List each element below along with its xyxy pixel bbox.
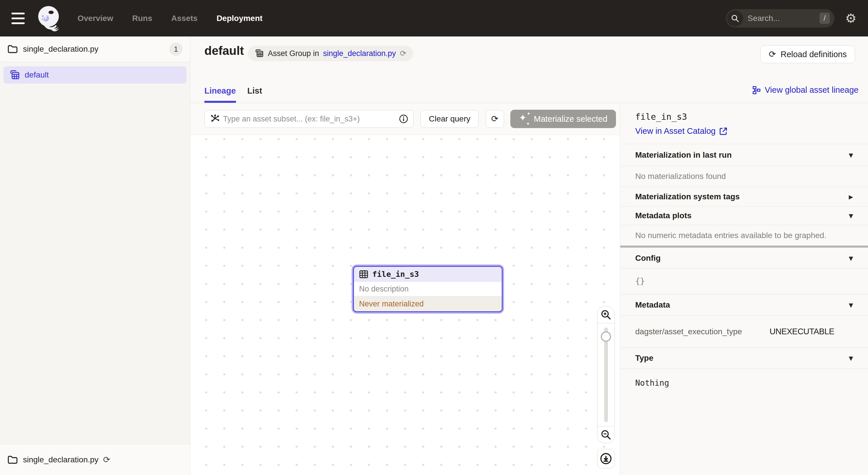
section-title: Materialization in last run xyxy=(635,150,732,160)
section-title: Metadata plots xyxy=(635,211,691,220)
panel-asset-name: file_in_s3 xyxy=(635,112,853,122)
table-asset-icon xyxy=(359,270,368,278)
metadata-plots-empty-state: No numeric metadata entries available to… xyxy=(620,225,868,245)
asset-group-location-link[interactable]: single_declaration.py xyxy=(323,49,396,58)
sidebar-code-location-row[interactable]: single_declaration.py 1 xyxy=(0,36,190,62)
lineage-toolbar: Clear query ⟳ ✦ ✦ ✦ Materialize selected xyxy=(190,103,620,135)
panel-header: file_in_s3 View in Asset Catalog xyxy=(620,103,868,144)
chevron-down-icon[interactable]: ▾ xyxy=(849,354,853,362)
search-shortcut-key: / xyxy=(819,12,830,24)
materialize-selected-label: Materialize selected xyxy=(534,114,608,124)
asset-group-prefix: Asset Group in xyxy=(268,49,319,58)
section-title: Metadata xyxy=(635,300,670,309)
nav-item-overview[interactable]: Overview xyxy=(78,14,113,23)
zoom-slider-handle[interactable] xyxy=(601,331,611,342)
reload-location-icon[interactable]: ⟳ xyxy=(103,455,110,464)
metadata-value: UNEXECUTABLE xyxy=(770,327,834,336)
view-in-asset-catalog-link[interactable]: View in Asset Catalog xyxy=(635,126,853,136)
section-title: Config xyxy=(635,254,661,263)
folder-icon xyxy=(7,455,18,464)
global-search[interactable]: / xyxy=(726,9,834,28)
asset-node-file-in-s3[interactable]: file_in_s3 No description Never material… xyxy=(352,265,504,314)
asset-count-badge: 1 xyxy=(169,42,183,56)
code-location-label: single_declaration.py xyxy=(23,44,98,54)
dagster-logo-icon[interactable] xyxy=(35,4,62,32)
page-header: default Asset Group in single_declaratio… xyxy=(190,36,868,103)
search-icon xyxy=(727,10,743,26)
last-run-empty-state: No materializations found xyxy=(620,166,868,187)
sidebar-footer-location-row: single_declaration.py ⟳ xyxy=(0,444,190,475)
section-type[interactable]: Type ▾ xyxy=(620,348,868,368)
chevron-right-icon[interactable]: ▸ xyxy=(849,192,853,201)
asset-group-pill: Asset Group in single_declaration.py ⟳ xyxy=(248,46,413,61)
metadata-key: dagster/asset_execution_type xyxy=(635,327,742,336)
asset-subset-icon xyxy=(210,114,220,124)
nav-item-runs[interactable]: Runs xyxy=(132,14,152,23)
catalog-link-label: View in Asset Catalog xyxy=(635,126,716,136)
external-link-icon xyxy=(719,127,727,136)
nav-links: Overview Runs Assets Deployment xyxy=(78,14,262,23)
graph-grid-area[interactable]: file_in_s3 No description Never material… xyxy=(190,135,620,475)
asset-node-description: No description xyxy=(354,282,502,296)
panel-scroll-divider xyxy=(620,245,868,247)
search-input[interactable] xyxy=(748,14,820,23)
zoom-controls xyxy=(597,306,615,443)
asset-group-icon xyxy=(255,49,264,58)
folder-icon xyxy=(7,44,18,54)
section-materialization-last-run[interactable]: Materialization in last run ▾ xyxy=(620,144,868,166)
asset-node-status: Never materialized xyxy=(354,296,502,311)
nav-item-assets[interactable]: Assets xyxy=(172,14,198,23)
download-icon xyxy=(600,453,612,465)
section-config[interactable]: Config ▾ xyxy=(620,247,868,268)
zoom-in-icon xyxy=(600,309,611,320)
dagster-app: Overview Runs Assets Deployment / ⚙ sing… xyxy=(0,0,868,475)
group-label: default xyxy=(25,70,49,80)
zoom-out-icon xyxy=(600,429,611,440)
info-icon[interactable] xyxy=(399,114,408,123)
section-metadata-plots[interactable]: Metadata plots ▾ xyxy=(620,206,868,225)
lineage-graph-icon xyxy=(752,86,761,94)
chevron-down-icon[interactable]: ▾ xyxy=(849,151,853,159)
zoom-out-button[interactable] xyxy=(597,426,615,443)
refresh-icon: ⟳ xyxy=(769,50,776,59)
reload-definitions-button[interactable]: ⟳ Reload definitions xyxy=(761,46,855,63)
refresh-graph-button[interactable]: ⟳ xyxy=(486,110,504,128)
section-metadata[interactable]: Metadata ▾ xyxy=(620,294,868,315)
menu-icon[interactable] xyxy=(11,12,25,24)
top-nav: Overview Runs Assets Deployment / ⚙ xyxy=(0,0,868,36)
asset-node-header: file_in_s3 xyxy=(354,267,502,282)
sidebar: single_declaration.py 1 default single_d… xyxy=(0,36,190,475)
section-title: Materialization system tags xyxy=(635,192,740,201)
materialize-selected-button[interactable]: ✦ ✦ ✦ Materialize selected xyxy=(510,110,616,128)
chevron-down-icon[interactable]: ▾ xyxy=(849,254,853,263)
section-title: Type xyxy=(635,354,653,363)
chevron-down-icon[interactable]: ▾ xyxy=(849,301,853,309)
asset-subset-query[interactable] xyxy=(205,110,414,128)
section-materialization-system-tags[interactable]: Materialization system tags ▸ xyxy=(620,187,868,206)
tab-lineage[interactable]: Lineage xyxy=(205,86,236,103)
nav-item-deployment[interactable]: Deployment xyxy=(216,14,262,23)
sidebar-item-default-group[interactable]: default xyxy=(3,66,187,84)
type-value: Nothing xyxy=(620,368,868,397)
zoom-slider[interactable] xyxy=(597,323,615,426)
asset-detail-panel: file_in_s3 View in Asset Catalog Materia… xyxy=(620,103,868,475)
zoom-in-button[interactable] xyxy=(597,306,615,323)
tab-list[interactable]: List xyxy=(247,86,262,103)
view-global-asset-lineage-link[interactable]: View global asset lineage xyxy=(752,85,859,95)
metadata-row: dagster/asset_execution_type UNEXECUTABL… xyxy=(620,315,868,348)
download-image-button[interactable] xyxy=(597,449,615,468)
chevron-down-icon[interactable]: ▾ xyxy=(849,211,853,220)
sparkles-icon: ✦ ✦ ✦ xyxy=(519,113,530,125)
view-tabs: Lineage List xyxy=(205,86,262,103)
global-lineage-label: View global asset lineage xyxy=(765,85,859,95)
settings-gear-icon[interactable]: ⚙ xyxy=(845,12,857,25)
asset-subset-input[interactable] xyxy=(223,115,396,123)
lineage-canvas: Clear query ⟳ ✦ ✦ ✦ Materialize selected xyxy=(190,103,620,475)
footer-location-label: single_declaration.py xyxy=(23,455,98,464)
config-empty-value: {} xyxy=(620,268,868,294)
asset-group-icon xyxy=(9,70,20,80)
reload-group-icon[interactable]: ⟳ xyxy=(400,50,406,57)
clear-query-button[interactable]: Clear query xyxy=(421,110,479,128)
asset-node-name: file_in_s3 xyxy=(372,270,419,278)
refresh-icon: ⟳ xyxy=(491,115,498,123)
